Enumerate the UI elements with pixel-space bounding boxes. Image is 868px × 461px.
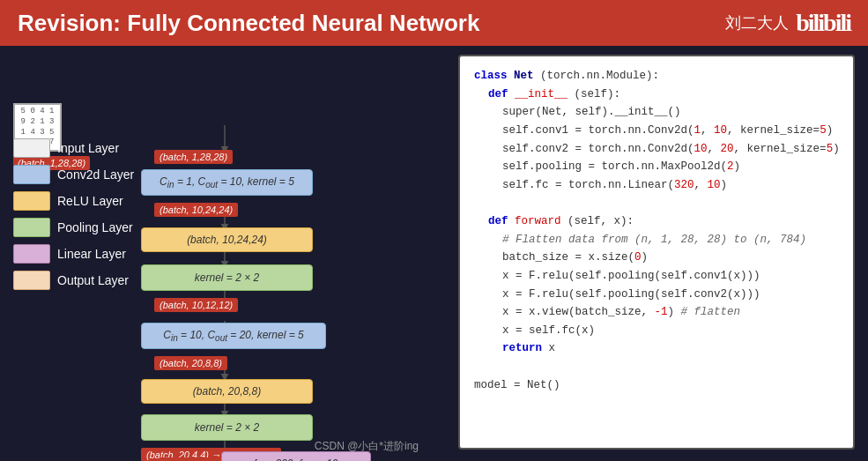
- legend-output-label: Output Layer: [57, 273, 129, 287]
- legend-output-box: [13, 271, 50, 290]
- legend-conv2d-label: Conv2d Layer: [57, 167, 134, 182]
- code-line-7: self.fc = torch.nn.Linear(320, 10): [474, 176, 839, 195]
- legend-pooling-label: Pooling Layer: [57, 220, 133, 234]
- conv1-layer: Cin = 1, Cout = 10, kernel = 5: [141, 169, 313, 196]
- legend-input: Input Layer: [13, 138, 134, 158]
- legend-input-label: Input Layer: [57, 141, 119, 155]
- code-line-11: x = F.relu(self.pooling(self.conv1(x))): [474, 267, 839, 286]
- code-block: class Net (torch.nn.Module): def __init_…: [474, 67, 839, 394]
- network-diagram: 5 0 4 1 9 2 1 3 1 4 3 5 3 6 1 7 (batch, …: [13, 55, 445, 450]
- badge-after-conv1: (batch, 10,24,24): [154, 203, 238, 217]
- legend-input-box: [13, 138, 50, 158]
- pool2-layer: kernel = 2 × 2: [141, 414, 313, 441]
- badge-after-conv2: (batch, 20,8,8): [154, 356, 227, 370]
- legend-linear: Linear Layer: [13, 244, 134, 264]
- badge-after-pool1: (batch, 10,12,12): [154, 298, 238, 312]
- legend-relu: ReLU Layer: [13, 191, 134, 211]
- legend-pooling-box: [13, 218, 50, 237]
- code-line-2: def __init__ (self):: [474, 86, 839, 104]
- legend-linear-box: [13, 244, 50, 264]
- code-panel: class Net (torch.nn.Module): def __init_…: [458, 55, 855, 450]
- relu1-layer: (batch, 10,24,24): [141, 227, 313, 252]
- legend: Input Layer Conv2d Layer ReLU Layer Pool…: [13, 138, 134, 290]
- author-name: 刘二大人: [725, 12, 789, 33]
- code-line-15: return x: [474, 339, 839, 358]
- page-title: Revision: Fully Connected Neural Network: [18, 10, 479, 37]
- legend-conv2d-box: [13, 165, 50, 184]
- legend-linear-label: Linear Layer: [57, 247, 126, 261]
- legend-pooling: Pooling Layer: [13, 218, 134, 237]
- code-line-10: batch_size = x.size(0): [474, 249, 839, 267]
- code-line-3: super(Net, self).__init__(): [474, 103, 839, 122]
- badge-input: (batch, 1,28,28): [154, 150, 233, 164]
- legend-output: Output Layer: [13, 271, 134, 290]
- code-line-13: x = x.view(batch_size, -1) # flatten: [474, 303, 839, 322]
- code-line-9: # Flatten data from (n, 1, 28, 28) to (n…: [474, 231, 839, 249]
- conv2-layer: Cin = 10, Cout = 20, kernel = 5: [141, 323, 326, 349]
- bilibili-icon: bilibili: [796, 9, 850, 37]
- pool1-layer: kernel = 2 × 2: [141, 264, 313, 291]
- legend-relu-box: [13, 191, 50, 211]
- code-line-14: x = self.fc(x): [474, 322, 839, 340]
- code-line-1: class Net (torch.nn.Module):: [474, 67, 839, 86]
- code-line-8: def forward (self, x):: [474, 212, 839, 231]
- header-logo: 刘二大人 bilibili: [725, 9, 850, 37]
- legend-conv2d: Conv2d Layer: [13, 165, 134, 184]
- code-line-4: self.conv1 = torch.nn.Conv2d(1, 10, kern…: [474, 122, 839, 140]
- main-content: 5 0 4 1 9 2 1 3 1 4 3 5 3 6 1 7 (batch, …: [0, 46, 868, 458]
- watermark: CSDN @小白*进阶ing: [315, 439, 419, 454]
- relu2-layer: (batch, 20,8,8): [141, 379, 313, 404]
- code-line-6: self.pooling = torch.nn.MaxPool2d(2): [474, 158, 839, 176]
- header: Revision: Fully Connected Neural Network…: [0, 0, 868, 46]
- code-line-12: x = F.relu(self.pooling(self.conv2(x))): [474, 286, 839, 304]
- code-line-5: self.conv2 = torch.nn.Conv2d(10, 20, ker…: [474, 140, 839, 159]
- legend-relu-label: ReLU Layer: [57, 194, 123, 208]
- code-line-16: model = Net(): [474, 376, 839, 395]
